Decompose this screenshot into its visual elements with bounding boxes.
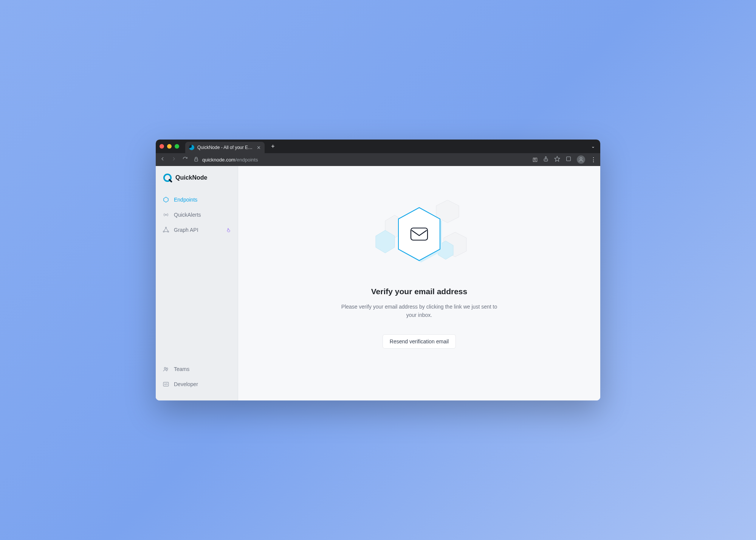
url-domain: quicknode.com xyxy=(202,157,235,163)
lock-icon xyxy=(193,156,199,163)
sidebar-item-teams[interactable]: Teams xyxy=(156,362,238,376)
window-controls xyxy=(160,144,179,149)
svg-point-12 xyxy=(164,368,166,369)
svg-marker-2 xyxy=(555,156,559,161)
brand[interactable]: QuickNode xyxy=(156,173,238,190)
new-tab-button[interactable]: + xyxy=(268,141,278,152)
browser-tab[interactable]: QuickNode - All of your Endpoi ✕ xyxy=(185,142,265,153)
svg-point-13 xyxy=(166,368,168,369)
sidebar-item-endpoints[interactable]: Endpoints xyxy=(156,192,238,207)
svg-rect-0 xyxy=(195,159,198,161)
reload-button[interactable] xyxy=(182,156,188,163)
browser-menu-icon[interactable]: ⋮ xyxy=(590,156,596,163)
share-icon[interactable] xyxy=(543,156,549,163)
sidebar-item-label: QuickAlerts xyxy=(174,212,201,218)
svg-point-9 xyxy=(166,227,167,228)
page-headline: Verify your email address xyxy=(371,287,467,296)
window-maximize-button[interactable] xyxy=(175,144,179,149)
svg-marker-6 xyxy=(164,197,168,202)
page-subtext: Please verify your email address by clic… xyxy=(340,303,499,319)
browser-tab-bar: QuickNode - All of your Endpoi ✕ + ⌄ xyxy=(156,140,600,153)
address-bar[interactable]: quicknode.com/endpoints xyxy=(193,156,527,163)
broadcast-icon xyxy=(163,211,169,218)
sidebar-footer-nav: Teams Developer xyxy=(156,360,238,394)
graph-icon xyxy=(163,227,169,233)
svg-marker-21 xyxy=(398,208,440,261)
svg-rect-3 xyxy=(567,157,571,161)
svg-point-7 xyxy=(166,214,167,216)
profile-avatar[interactable] xyxy=(577,155,585,164)
brand-logo-icon xyxy=(163,173,172,183)
resend-verification-button[interactable]: Resend verification email xyxy=(383,334,456,349)
bookmark-star-icon[interactable] xyxy=(554,156,560,163)
svg-point-11 xyxy=(163,231,164,232)
sidebar-item-graph-api[interactable]: Graph API xyxy=(156,223,238,237)
sidebar-item-label: Graph API xyxy=(174,227,198,233)
sidebar-item-label: Teams xyxy=(174,366,189,372)
brand-name: QuickNode xyxy=(175,174,207,181)
hexagon-icon xyxy=(163,196,169,203)
code-icon xyxy=(163,381,169,388)
sidebar-item-label: Developer xyxy=(174,381,198,387)
tab-search-button[interactable]: ⌄ xyxy=(591,144,595,149)
app-content: QuickNode Endpoints QuickAlerts xyxy=(156,166,600,400)
pointer-icon xyxy=(226,227,232,233)
sidebar-nav: Endpoints QuickAlerts Graph API xyxy=(156,190,238,239)
window-minimize-button[interactable] xyxy=(167,144,172,149)
forward-button[interactable] xyxy=(171,156,177,163)
window-close-button[interactable] xyxy=(160,144,164,149)
browser-toolbar: quicknode.com/endpoints ⚿ ⋮ xyxy=(156,153,600,166)
tab-close-icon[interactable]: ✕ xyxy=(257,145,261,151)
browser-window: QuickNode - All of your Endpoi ✕ + ⌄ qui… xyxy=(156,140,600,400)
password-key-icon[interactable]: ⚿ xyxy=(533,157,538,163)
svg-point-4 xyxy=(580,158,582,160)
tab-title: QuickNode - All of your Endpoi xyxy=(197,145,254,150)
sidebar-item-developer[interactable]: Developer xyxy=(156,377,238,391)
email-illustration xyxy=(363,200,476,276)
tab-favicon xyxy=(189,145,194,150)
svg-point-10 xyxy=(168,231,169,232)
url-path: /endpoints xyxy=(235,157,258,163)
main-content: Verify your email address Please verify … xyxy=(238,166,600,400)
back-button[interactable] xyxy=(160,156,166,163)
sidebar: QuickNode Endpoints QuickAlerts xyxy=(156,166,238,400)
sidebar-item-quickalerts[interactable]: QuickAlerts xyxy=(156,208,238,222)
sidebar-item-label: Endpoints xyxy=(174,197,197,203)
extensions-icon[interactable] xyxy=(565,156,572,163)
teams-icon xyxy=(163,366,169,372)
